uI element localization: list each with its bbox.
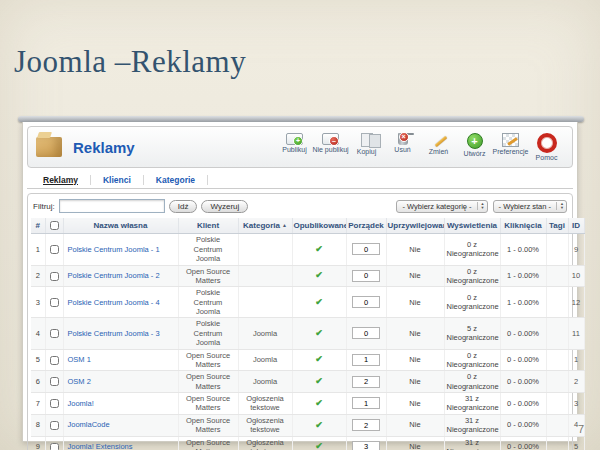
col-header-published[interactable]: Opublikowane: [292, 218, 346, 234]
published-check-icon[interactable]: ✔: [315, 441, 323, 450]
impressions-cell: 31 z Nieograniczone: [444, 436, 500, 450]
banner-name-link[interactable]: JoomlaCode: [68, 420, 110, 429]
client-cell: Open Source Matters: [178, 436, 238, 450]
order-input[interactable]: [352, 354, 380, 366]
toolbar-button-new[interactable]: Utwórz: [457, 133, 492, 161]
toolbar: Publikuj Nie publikuj Kopiuj Usuń Zmień …: [277, 133, 564, 161]
toolbar-button-help[interactable]: Pomoc: [529, 133, 564, 161]
order-input[interactable]: [352, 441, 380, 450]
row-checkbox[interactable]: [50, 399, 59, 408]
toolbar-button-options[interactable]: Preferencje: [493, 133, 528, 161]
table-body: 1 Polskie Centrum Joomla - 1 Polskie Cen…: [31, 234, 584, 450]
options-icon: [502, 133, 519, 147]
col-header-num[interactable]: #: [31, 218, 45, 234]
row-number: 8: [31, 414, 45, 436]
tab-reklamy[interactable]: Reklamy: [31, 175, 91, 185]
order-input[interactable]: [352, 327, 380, 339]
filter-go-button[interactable]: Idź: [169, 200, 198, 213]
content-box: Filtruj: Idź Wyzeruj - Wybierz kategorię…: [27, 193, 573, 450]
published-check-icon[interactable]: ✔: [315, 244, 323, 254]
published-check-icon[interactable]: ✔: [315, 398, 323, 408]
toolbar-button-unpublish[interactable]: Nie publikuj: [313, 133, 348, 161]
order-input[interactable]: [352, 243, 380, 255]
tags-cell: [546, 371, 568, 393]
client-cell: Open Source Matters: [178, 349, 238, 371]
col-header-name[interactable]: Nazwa własna: [63, 218, 178, 234]
category-cell: [238, 265, 292, 287]
state-select[interactable]: - Wybierz stan - ▲▼: [493, 200, 567, 213]
clicks-cell: 0 - 0.00%: [500, 414, 546, 436]
row-checkbox[interactable]: [50, 245, 59, 254]
category-select[interactable]: - Wybierz kategorię - ▲▼: [396, 200, 487, 213]
tags-cell: [546, 318, 568, 349]
banner-name-link[interactable]: Polskie Centrum Joomla - 3: [68, 329, 160, 338]
col-header-order[interactable]: Porządek: [346, 218, 386, 234]
order-input[interactable]: [352, 397, 380, 409]
id-cell: 12: [568, 287, 584, 318]
row-number: 6: [31, 371, 45, 393]
sticky-cell: Nie: [386, 349, 444, 371]
published-check-icon[interactable]: ✔: [315, 354, 323, 364]
tab-kategorie[interactable]: Kategorie: [144, 175, 208, 185]
row-checkbox[interactable]: [50, 272, 59, 281]
toolbar-button-edit[interactable]: Zmień: [421, 133, 456, 161]
published-check-icon[interactable]: ✔: [315, 420, 323, 430]
toolbar-button-publish[interactable]: Publikuj: [277, 133, 312, 161]
table-row: 9 Joomla! Extensions Open Source Matters…: [31, 436, 584, 450]
order-input[interactable]: [352, 296, 380, 308]
filter-label: Filtruj:: [33, 202, 55, 211]
copy-icon: [361, 133, 373, 147]
client-cell: Open Source Matters: [178, 414, 238, 436]
banner-name-link[interactable]: Joomla! Extensions: [68, 442, 133, 450]
tags-cell: [546, 265, 568, 287]
slide-page-number: 7: [578, 423, 584, 435]
filter-reset-button[interactable]: Wyzeruj: [201, 200, 248, 213]
tab-klienci[interactable]: Klienci: [91, 175, 144, 185]
sticky-cell: Nie: [386, 318, 444, 349]
toolbar-button-delete[interactable]: Usuń: [385, 133, 420, 161]
order-input[interactable]: [352, 270, 380, 282]
col-header-id[interactable]: ID: [568, 218, 584, 234]
banner-name-link[interactable]: Joomla!: [68, 399, 94, 408]
impressions-cell: 31 z Nieograniczone: [444, 393, 500, 415]
col-header-sticky[interactable]: Uprzywilejowany: [386, 218, 444, 234]
clicks-cell: 0 - 0.00%: [500, 371, 546, 393]
filter-input[interactable]: [59, 199, 165, 213]
category-cell: Ogłoszenia tekstowe: [238, 414, 292, 436]
published-check-icon[interactable]: ✔: [315, 297, 323, 307]
row-number: 1: [31, 234, 45, 265]
row-checkbox[interactable]: [50, 377, 59, 386]
row-checkbox[interactable]: [50, 298, 59, 307]
select-all-checkbox[interactable]: [50, 221, 59, 230]
client-cell: Open Source Matters: [178, 393, 238, 415]
order-input[interactable]: [352, 419, 380, 431]
table-row: 1 Polskie Centrum Joomla - 1 Polskie Cen…: [31, 234, 584, 265]
banner-name-link[interactable]: OSM 2: [68, 377, 91, 386]
order-input[interactable]: [352, 376, 380, 388]
col-header-tags[interactable]: Tagi: [546, 218, 568, 234]
table-row: 4 Polskie Centrum Joomla - 3 Polskie Cen…: [31, 318, 584, 349]
banner-name-link[interactable]: Polskie Centrum Joomla - 2: [68, 271, 160, 280]
client-cell: Polskie Centrum Joomla: [178, 318, 238, 349]
toolbar-button-copy[interactable]: Kopiuj: [349, 133, 384, 161]
published-check-icon[interactable]: ✔: [315, 270, 323, 280]
banner-name-link[interactable]: Polskie Centrum Joomla - 1: [68, 245, 160, 254]
col-header-client[interactable]: Klient: [178, 218, 238, 234]
col-header-category[interactable]: Kategoria▲: [238, 218, 292, 234]
table-row: 5 OSM 1 Open Source Matters Joomla ✔ Nie…: [31, 349, 584, 371]
row-checkbox[interactable]: [50, 356, 59, 365]
client-cell: Polskie Centrum Joomla: [178, 287, 238, 318]
row-checkbox[interactable]: [50, 329, 59, 338]
select-stepper-icon: ▲▼: [477, 202, 485, 210]
banner-name-link[interactable]: Polskie Centrum Joomla - 4: [68, 298, 160, 307]
col-header-impressions[interactable]: Wyświetlenia: [444, 218, 500, 234]
state-select-value: - Wybierz stan -: [499, 202, 551, 211]
banner-name-link[interactable]: OSM 1: [68, 355, 91, 364]
client-cell: Open Source Matters: [178, 371, 238, 393]
impressions-cell: 5 z Nieograniczone: [444, 318, 500, 349]
published-check-icon[interactable]: ✔: [315, 376, 323, 386]
row-checkbox[interactable]: [50, 421, 59, 430]
published-check-icon[interactable]: ✔: [315, 328, 323, 338]
col-header-clicks[interactable]: Kliknięcia: [500, 218, 546, 234]
row-checkbox[interactable]: [50, 443, 59, 450]
